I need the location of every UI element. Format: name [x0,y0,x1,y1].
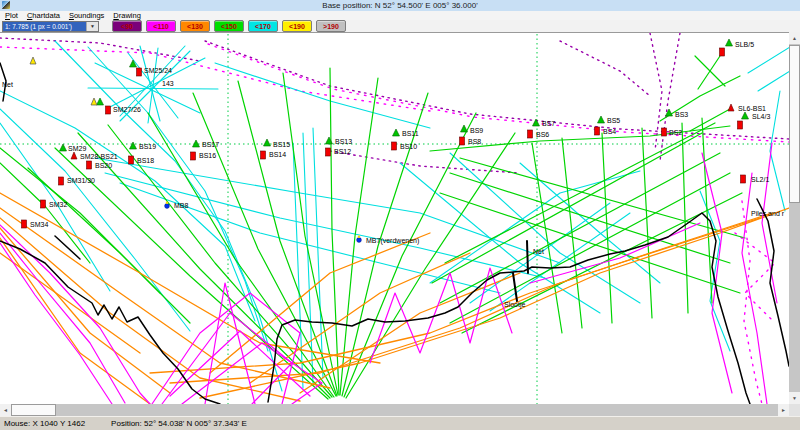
map-label: BS2 [669,129,682,136]
mooring-buoy-top [358,236,360,238]
station-marker-box [326,148,331,156]
menu-item-drawing[interactable]: Drawing [110,11,147,20]
map-label: SM34 [30,221,48,228]
legend-button-lt150[interactable]: <150 [214,20,244,32]
magenta-tracks [702,153,732,393]
map-label: MB7(verdwenen) [366,237,419,245]
scroll-left-icon[interactable]: ◄ [0,404,11,416]
mouse-coordinates: Mouse: X 1040 Y 1462 [4,419,85,428]
station-marker-box [106,106,111,114]
magenta-tracks [762,143,777,303]
map-label: BS4 [603,128,616,135]
station-marker-box [129,156,134,164]
app-icon [2,1,10,9]
map-label: BS5 [607,117,620,124]
station-marker-triangle [393,129,400,136]
green-tracks [660,76,740,121]
station-marker-triangle [461,125,468,132]
station-marker-box [738,121,743,129]
green-tracks [330,68,339,395]
map-label: BS13 [335,138,352,145]
map-label: SM27/26 [113,106,141,113]
station-marker-box [662,128,667,136]
green-tracks [698,56,720,89]
scroll-right-icon[interactable]: ► [778,404,789,416]
purple-dotted-tracks [660,33,680,161]
map-label: BS7 [542,120,555,127]
green-tracks [702,118,712,303]
map-label: 143 [162,80,174,87]
station-marker-triangle [97,98,104,105]
jetties [527,241,528,273]
window-title: Base position: N 52° 54.500' E 005° 36.0… [322,1,477,10]
legend-button-lt190[interactable]: <190 [282,20,312,32]
legend-button-gt190[interactable]: >190 [316,20,346,32]
map-label: BS6 [536,131,549,138]
map-label: SM31/30 [67,177,95,184]
survey-plot-canvas[interactable]: SM25/24143SM27/26SM29SM28-BS21BS20SM31/3… [0,33,789,405]
purple-dotted-tracks [650,33,662,151]
station-marker-box [87,161,92,169]
cyan-tracks [748,47,789,73]
toolbar: 1: 7.785 (1 px = 0.001') ▼ <90<110<130<1… [0,20,800,32]
cyan-tracks [105,173,545,278]
station-marker-triangle [742,112,749,119]
scroll-down-icon[interactable]: ▼ [789,392,800,404]
legend-button-lt130[interactable]: <130 [180,20,210,32]
station-marker-box [137,68,142,76]
dropdown-arrow-icon[interactable]: ▼ [86,22,98,31]
legend-button-lt170[interactable]: <170 [248,20,278,32]
map-label: SLB/5 [735,41,754,48]
magenta-dotted-tracks [735,233,775,323]
station-marker-triangle [533,119,540,126]
magenta-dotted-tracks [0,47,430,111]
green-tracks [440,153,720,303]
map-label: Slootje [504,301,526,309]
map-label: BS8 [468,138,481,145]
station-marker-triangle [264,139,271,146]
map-label: BS15 [273,141,290,148]
legend-button-lt90[interactable]: <90 [112,20,142,32]
station-marker-box [41,200,46,208]
menu-item-chartdata[interactable]: Chartdata [24,11,66,20]
magenta-tracks [0,225,150,404]
station-marker-triangle [598,116,605,123]
mooring-buoy-top [166,202,168,204]
menu-item-plot[interactable]: Plot [2,11,24,20]
vertical-scrollbar[interactable]: ▲ ▼ [789,32,800,404]
map-label: BS3 [675,111,688,118]
legend-button-lt110[interactable]: <110 [146,20,176,32]
horizontal-scrollbar[interactable]: ◄ ► [0,404,789,416]
green-tracks [562,138,582,328]
map-label: SM32 [49,201,67,208]
map-label: SL2/1 [751,176,769,183]
purple-dotted-tracks [560,41,650,96]
horizontal-scroll-thumb[interactable] [11,404,56,416]
orange-tracks [170,213,772,383]
map-label: Piles and r [751,210,785,217]
station-marker-box [22,220,27,228]
cyan-tracks [0,91,255,321]
scrollbar-corner [789,404,800,416]
cyan-tracks [400,163,600,313]
scale-select[interactable]: 1: 7.785 (1 px = 0.001') ▼ [2,21,99,32]
scale-select-value: 1: 7.785 (1 px = 0.001') [3,22,86,31]
vertical-scroll-thumb[interactable] [789,45,800,203]
scroll-up-icon[interactable]: ▲ [789,32,800,44]
green-tracks [344,113,476,397]
menu-item-soundings[interactable]: Soundings [66,11,110,20]
map-label: MB8 [174,202,189,209]
map-label: BS11 [402,130,419,137]
station-marker-triangle [60,144,67,151]
mooring-buoy-marker [165,204,170,209]
map-label: BS18 [137,157,154,164]
cyan-tracks [770,91,785,211]
map-label: BS19 [139,143,156,150]
magenta-dotted-tracks [208,44,789,142]
buoy-marker-yellow [30,57,36,64]
green-tracks [602,133,612,323]
map-label: BS20 [95,162,112,169]
station-marker-box [392,142,397,150]
map-area[interactable]: SM25/24143SM27/26SM29SM28-BS21BS20SM31/3… [0,32,789,405]
station-marker-box [460,137,465,145]
